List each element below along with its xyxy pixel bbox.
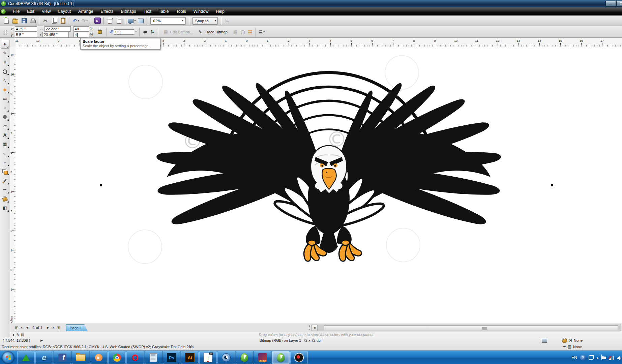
y-position-field[interactable]: 5.5 ": [15, 32, 37, 37]
rotation-angle-field[interactable]: 0.0: [114, 29, 134, 35]
eagle-bitmap-image[interactable]: ©©: [142, 57, 519, 273]
snap-to-combo[interactable]: Snap to▾: [192, 17, 218, 25]
photoshop-icon[interactable]: Ps: [163, 351, 180, 364]
polygon-tool[interactable]: [1, 113, 9, 121]
proof-colors-icon[interactable]: [542, 339, 547, 343]
straighten-image-button[interactable]: ▤: [247, 29, 253, 35]
horizontal-scrollbar-track[interactable]: [317, 325, 621, 331]
ellipse-tool[interactable]: ○: [1, 103, 9, 112]
show-hidden-icons-button[interactable]: ▲: [596, 356, 599, 359]
trace-bitmap-button[interactable]: ✎ Trace Bitmap: [195, 28, 230, 36]
options-button[interactable]: ≡: [224, 17, 232, 25]
photo-viewer-icon[interactable]: [217, 351, 235, 364]
selection-handle-left[interactable]: [100, 184, 102, 186]
basic-shapes-tool[interactable]: ▱: [1, 122, 9, 130]
smart-fill-tool[interactable]: ◆: [1, 85, 9, 94]
inpage-3-icon[interactable]: i: [199, 351, 217, 364]
import-button[interactable]: [106, 17, 114, 25]
restore-window-tray-icon[interactable]: [589, 356, 593, 360]
x-position-field[interactable]: 4.25 ": [15, 26, 37, 32]
menu-file[interactable]: File: [9, 7, 23, 16]
vertical-ruler[interactable]: inches 111098765432101: [10, 47, 16, 323]
zoom-level-combo[interactable]: 62%▼: [150, 17, 186, 25]
rectangle-tool[interactable]: ▭: [1, 94, 9, 103]
maximize-button[interactable]: ❐: [616, 1, 622, 7]
outline-pen-tool[interactable]: ✒: [1, 185, 9, 194]
help-tray-icon[interactable]: ?: [580, 355, 586, 360]
scale-y-field[interactable]: 4: [73, 32, 89, 37]
outline-color-icon[interactable]: ✒: [563, 344, 566, 349]
dimension-tool[interactable]: ↔: [1, 149, 9, 158]
internet-explorer-icon[interactable]: e: [35, 351, 53, 364]
new-document-button[interactable]: [2, 17, 10, 25]
print-button[interactable]: [29, 17, 37, 25]
menu-arrange[interactable]: Arrange: [75, 7, 97, 16]
start-button[interactable]: [2, 352, 14, 364]
menu-text[interactable]: Text: [140, 7, 155, 16]
menu-effects[interactable]: Effects: [97, 7, 117, 16]
outline-none-swatch[interactable]: ⊠: [568, 344, 572, 349]
pick-tool[interactable]: ➤: [1, 40, 9, 49]
first-page-button[interactable]: ⇤: [21, 325, 24, 330]
scrollbar-splitter[interactable]: [309, 325, 310, 330]
daemon-tools-icon[interactable]: [17, 351, 35, 364]
object-width-field[interactable]: 22.222 ": [45, 26, 71, 32]
save-button[interactable]: [20, 17, 28, 25]
mirror-vertical-button[interactable]: ⇅: [149, 29, 155, 35]
palette-flyout-button[interactable]: ▶: [13, 333, 15, 336]
menu-window[interactable]: Window: [190, 7, 212, 16]
crop-tool[interactable]: #: [1, 58, 9, 67]
resample-bitmap-button[interactable]: ▦: [232, 29, 238, 35]
windows-explorer-icon[interactable]: [72, 351, 89, 364]
previous-page-button[interactable]: ◀: [26, 326, 28, 329]
lock-ratio-button[interactable]: [98, 30, 102, 34]
palette-eyedropper-icon[interactable]: ✎: [16, 333, 19, 337]
menu-view[interactable]: View: [38, 7, 55, 16]
cut-button[interactable]: ✂: [41, 17, 50, 25]
last-page-button[interactable]: ⇥: [51, 325, 55, 330]
menu-help[interactable]: Help: [212, 7, 228, 16]
object-position-grid-icon[interactable]: [3, 29, 8, 35]
export-button[interactable]: [115, 17, 123, 25]
chrome-icon[interactable]: [108, 351, 126, 364]
profiles-flyout-arrow[interactable]: ▶: [189, 345, 192, 348]
add-page-button[interactable]: ⊞: [15, 325, 19, 330]
blend-tool[interactable]: [1, 167, 9, 176]
facebook-icon[interactable]: f: [54, 351, 71, 364]
bitmap-boundary-button[interactable]: ▢: [240, 29, 246, 35]
application-launcher-button[interactable]: ▾: [128, 17, 136, 25]
coreldraw-menu-icon[interactable]: [1, 9, 6, 14]
redo-button[interactable]: ↷▾: [81, 17, 89, 25]
welcome-screen-button[interactable]: [137, 17, 145, 25]
no-color-swatch[interactable]: ⊠: [21, 333, 24, 337]
scale-x-field[interactable]: 40: [73, 26, 89, 32]
coreldraw-icon[interactable]: [236, 351, 253, 364]
media-player-icon[interactable]: ▶: [90, 351, 108, 364]
coreldraw-active-icon[interactable]: [272, 351, 290, 364]
page-tab[interactable]: Page 1: [66, 324, 88, 331]
fill-tool[interactable]: [1, 194, 9, 203]
next-page-button[interactable]: ▶: [47, 326, 49, 329]
selection-handle-right[interactable]: [551, 184, 553, 186]
search-content-button[interactable]: ▶: [93, 17, 101, 25]
copy-button[interactable]: [50, 17, 58, 25]
horizontal-scrollbar-thumb[interactable]: [324, 325, 618, 330]
screen-recorder-icon[interactable]: [290, 351, 308, 364]
zoom-tool[interactable]: [1, 67, 9, 76]
calculator-icon[interactable]: [145, 351, 162, 364]
color-eyedropper-tool[interactable]: [1, 176, 9, 185]
object-height-field[interactable]: 23.458 ": [42, 32, 69, 37]
opera-icon[interactable]: O: [126, 351, 144, 364]
language-indicator[interactable]: EN: [571, 355, 577, 360]
wrap-text-button[interactable]: ▤▾: [259, 29, 265, 35]
open-button[interactable]: [11, 17, 19, 25]
table-tool[interactable]: ▦: [1, 140, 9, 149]
scroll-left-button[interactable]: ◀: [312, 325, 317, 331]
text-tool[interactable]: A: [1, 131, 9, 140]
inpage-icon[interactable]: InPage: [254, 351, 271, 364]
fill-none-swatch[interactable]: ⊠: [568, 338, 572, 343]
fill-color-icon[interactable]: [562, 338, 568, 343]
menu-tools[interactable]: Tools: [173, 7, 190, 16]
freehand-tool[interactable]: ∿: [1, 76, 9, 85]
action-center-icon[interactable]: ✗: [602, 355, 606, 361]
